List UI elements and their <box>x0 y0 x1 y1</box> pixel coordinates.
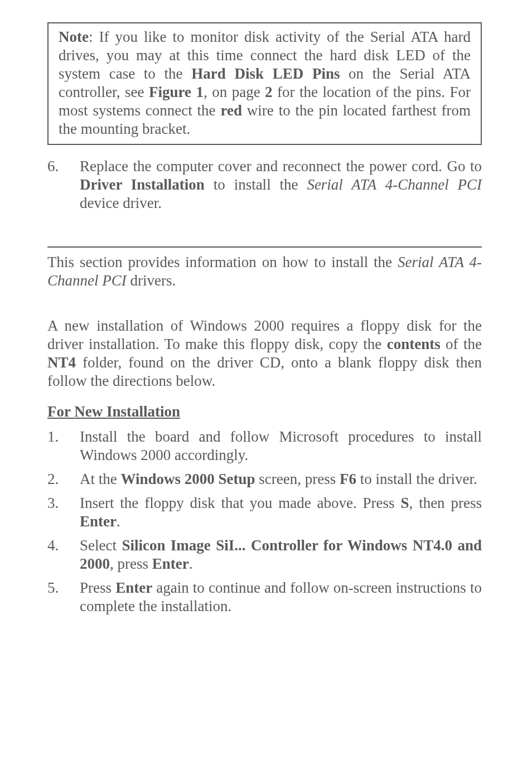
list-item-6: 6. Replace the computer cover and reconn… <box>47 157 482 212</box>
note-text: Note: If you like to monitor disk activi… <box>59 28 471 137</box>
t: device driver. <box>80 195 162 211</box>
paragraph: This section provides information on how… <box>47 253 482 290</box>
section-divider <box>47 246 482 248</box>
t: drivers. <box>127 272 176 289</box>
document-page: Note: If you like to monitor disk activi… <box>0 0 532 760</box>
t: Windows 2000 Setup <box>121 471 255 487</box>
t: Driver Installation <box>80 176 205 193</box>
item-text: Replace the computer cover and reconnect… <box>80 157 482 212</box>
t: Replace the computer cover and reconnect… <box>80 158 482 175</box>
item-text: Insert the floppy disk that you made abo… <box>80 494 482 531</box>
t: red <box>220 102 242 119</box>
item-text: Select Silicon Image SiI... Controller f… <box>80 536 482 573</box>
t: contents <box>387 336 441 352</box>
item-number: 6. <box>47 157 80 212</box>
item-text: Install the board and follow Microsoft p… <box>80 428 482 464</box>
list-item: 2. At the Windows 2000 Setup screen, pre… <box>47 470 482 488</box>
t: Hard Disk LED Pins <box>191 65 340 82</box>
t: , press <box>110 555 152 572</box>
item-text: At the Windows 2000 Setup screen, press … <box>80 470 482 488</box>
t: Serial ATA 4-Channel PCI <box>307 176 482 193</box>
t: NT4 <box>47 354 76 371</box>
t: Enter <box>80 513 117 530</box>
item-number: 5. <box>47 579 80 616</box>
list-item: 4. Select Silicon Image SiI... Controlle… <box>47 536 482 573</box>
item-number: 2. <box>47 470 80 488</box>
t: to install the <box>205 176 307 193</box>
t: folder, found on the driver CD, onto a b… <box>47 354 482 389</box>
item-number: 3. <box>47 494 80 531</box>
t: of the <box>441 336 482 352</box>
t: , on page <box>204 84 265 100</box>
list-item: 3. Insert the floppy disk that you made … <box>47 494 482 531</box>
item-text: Press Enter again to continue and follow… <box>80 579 482 616</box>
item-number: 4. <box>47 536 80 573</box>
steps-list: 1. Install the board and follow Microsof… <box>47 428 482 615</box>
note-label: Note <box>59 28 89 45</box>
t: Enter <box>115 579 152 596</box>
t: . <box>117 513 120 530</box>
t: to install the driver. <box>356 471 477 487</box>
t: S <box>400 495 409 511</box>
t: . <box>189 555 193 572</box>
t: , then press <box>409 495 482 511</box>
list-item: 1. Install the board and follow Microsof… <box>47 428 482 464</box>
t: Press <box>80 579 115 596</box>
list-item: 5. Press Enter again to continue and fol… <box>47 579 482 616</box>
t: At the <box>80 471 121 487</box>
t: Select <box>80 537 122 554</box>
item-number: 1. <box>47 428 80 464</box>
note-box: Note: If you like to monitor disk activi… <box>47 22 482 145</box>
continued-list: 6. Replace the computer cover and reconn… <box>47 157 482 212</box>
t: screen, press <box>255 471 340 487</box>
t: This section provides information on how… <box>47 254 398 270</box>
subsection-heading: For New Installation <box>47 403 482 421</box>
t: 2 <box>265 84 273 100</box>
paragraph: A new installation of Windows 2000 requi… <box>47 317 482 390</box>
t: Figure 1 <box>149 84 204 100</box>
t: Enter <box>152 555 189 572</box>
t: Insert the floppy disk that you made abo… <box>80 495 400 511</box>
t: F6 <box>340 471 356 487</box>
